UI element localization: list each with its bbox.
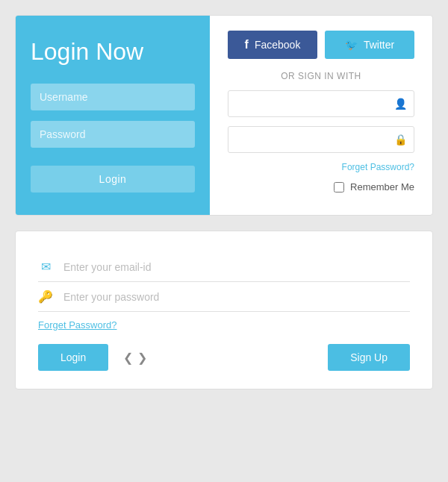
bottom-login-button[interactable]: Login: [38, 344, 108, 371]
login-title: Login Now: [31, 38, 195, 66]
forget-password-link[interactable]: Forget Password?: [228, 162, 414, 172]
left-panel: Login Now Login: [16, 16, 210, 215]
login-button-left[interactable]: Login: [31, 166, 195, 193]
email-icon: ✉: [38, 260, 53, 274]
lock-icon: 🔒: [394, 134, 407, 145]
next-arrow[interactable]: ❯: [137, 351, 147, 365]
bottom-action-buttons: Login ❮ ❯ Sign Up: [38, 344, 410, 371]
facebook-icon: f: [245, 38, 249, 51]
signup-button[interactable]: Sign Up: [328, 344, 410, 371]
user-icon: 👤: [394, 98, 407, 110]
password-input[interactable]: [31, 121, 195, 148]
facebook-button[interactable]: f Facebook: [228, 31, 317, 59]
right-username-input[interactable]: [228, 90, 414, 117]
bottom-login-card: ✉ 🔑 Forget Password? Login ❮ ❯ Sign Up: [15, 231, 433, 389]
right-password-input[interactable]: [228, 126, 414, 153]
top-login-card: Login Now Login f Facebook 🐦 Twitter OR …: [15, 15, 433, 216]
bottom-password-input[interactable]: [63, 291, 410, 303]
social-buttons: f Facebook 🐦 Twitter: [228, 31, 414, 59]
facebook-label: Facebook: [255, 39, 300, 51]
right-password-wrap: 🔒: [228, 126, 414, 153]
email-input[interactable]: [63, 261, 410, 273]
navigation-arrows: ❮ ❯: [108, 351, 162, 365]
password-field-wrap: 🔑: [38, 282, 410, 312]
prev-arrow[interactable]: ❮: [123, 351, 133, 365]
or-sign-text: OR SIGN IN WITH: [228, 71, 414, 81]
twitter-label: Twitter: [364, 39, 394, 51]
remember-me-label: Remember Me: [350, 181, 414, 193]
password-icon: 🔑: [38, 289, 53, 304]
email-field-wrap: ✉: [38, 252, 410, 282]
twitter-button[interactable]: 🐦 Twitter: [325, 31, 414, 59]
username-input[interactable]: [31, 84, 195, 110]
remember-me-wrap: Remember Me: [228, 181, 414, 193]
bottom-forget-password-link[interactable]: Forget Password?: [38, 319, 410, 331]
remember-me-checkbox[interactable]: [334, 182, 344, 193]
right-panel: f Facebook 🐦 Twitter OR SIGN IN WITH 👤 🔒…: [210, 16, 432, 215]
right-username-wrap: 👤: [228, 90, 414, 117]
twitter-icon: 🐦: [345, 39, 358, 51]
